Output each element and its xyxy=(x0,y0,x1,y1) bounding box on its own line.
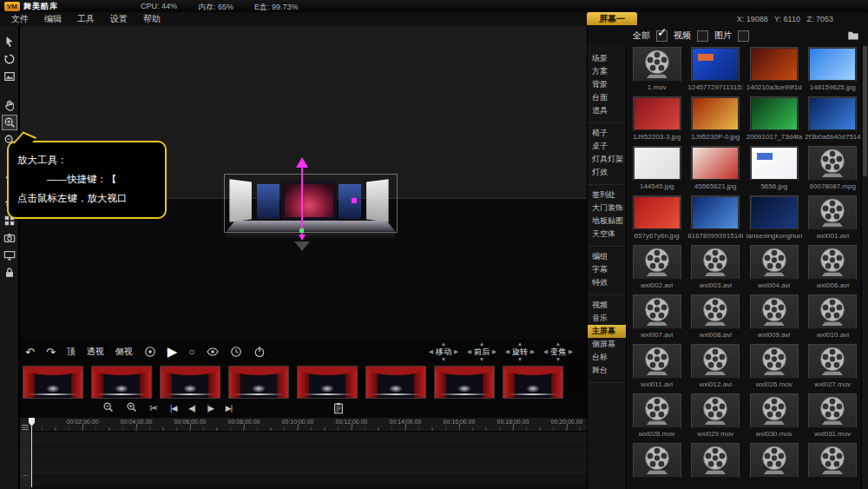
category-item[interactable]: 编组 xyxy=(588,250,626,263)
view-side-button[interactable]: 侧视 xyxy=(115,346,133,358)
left-arrow-icon[interactable]: ◀ xyxy=(467,349,471,355)
preview-thumbnail[interactable] xyxy=(297,366,358,399)
timeline[interactable]: 00:02:00.0000:04:00.0000:06:00.0000:08:0… xyxy=(20,418,587,489)
media-item[interactable]: wxl001.avi xyxy=(804,194,863,243)
media-item[interactable]: wxl007.avi xyxy=(628,293,687,342)
media-item[interactable]: wxl011.avi xyxy=(628,342,687,392)
media-item[interactable]: 1J95230P-0.jpg xyxy=(687,95,746,144)
clipboard-button[interactable] xyxy=(332,402,345,414)
zoom-in-tool-icon[interactable] xyxy=(2,115,17,130)
left-arrow-icon[interactable]: ◀ xyxy=(505,349,510,355)
category-item[interactable]: 台标 xyxy=(588,351,626,364)
menu-item[interactable]: 编辑 xyxy=(36,12,69,25)
media-item[interactable]: wxl010.avi xyxy=(804,293,863,342)
media-item[interactable]: wxl003.avi xyxy=(687,243,746,293)
down-arrow-icon[interactable]: ▼ xyxy=(517,357,523,363)
down-arrow-icon[interactable]: ▼ xyxy=(441,357,446,363)
pan-tool-icon[interactable] xyxy=(2,97,17,113)
down-arrow-icon[interactable]: ▼ xyxy=(556,357,561,363)
nav-pad[interactable]: ▲◀前后▶▼ xyxy=(467,341,496,362)
category-item[interactable]: 台面 xyxy=(588,91,626,104)
lock-icon[interactable] xyxy=(2,265,17,281)
media-item[interactable]: wxl008.avi xyxy=(687,293,746,342)
category-item[interactable]: 舞台 xyxy=(588,364,626,377)
timeline-ruler[interactable]: 00:02:00.0000:04:00.0000:06:00.0000:08:0… xyxy=(31,418,587,432)
category-item[interactable]: 灯效 xyxy=(588,166,626,179)
rotate-tool-icon[interactable] xyxy=(2,51,17,67)
zoom-out-button[interactable] xyxy=(102,400,114,416)
media-item[interactable]: wxl012.avi xyxy=(687,342,746,392)
category-item[interactable]: 视频 xyxy=(588,299,626,312)
category-item[interactable]: 侧屏幕 xyxy=(588,338,626,351)
media-item[interactable]: 144545.jpg xyxy=(628,144,687,194)
media-item[interactable]: 140210a3ce99f1d... xyxy=(745,45,804,95)
category-item[interactable]: 音乐 xyxy=(588,312,626,325)
right-arrow-icon[interactable]: ▶ xyxy=(492,349,496,355)
media-item[interactable]: 1.mov xyxy=(628,45,687,95)
category-item[interactable]: 主屏幕 xyxy=(588,325,626,338)
media-item[interactable]: 5656.jpg xyxy=(745,144,804,194)
category-item[interactable]: 天空体 xyxy=(588,228,626,241)
media-item[interactable]: wxl006.avi xyxy=(804,243,863,293)
scrollbar-thumb[interactable] xyxy=(863,46,867,176)
media-item[interactable] xyxy=(628,441,687,489)
category-item[interactable]: 大门装饰 xyxy=(588,202,626,215)
view-perspective-button[interactable]: 透视 xyxy=(87,346,104,358)
filter-checkbox[interactable] xyxy=(697,30,708,42)
clock-icon[interactable] xyxy=(230,346,242,358)
power-icon[interactable] xyxy=(253,346,266,358)
category-item[interactable]: 场景 xyxy=(588,52,626,65)
right-arrow-icon[interactable]: ▶ xyxy=(530,349,535,355)
preview-thumbnail[interactable] xyxy=(91,366,152,399)
media-item[interactable]: lansexingkonghunli... xyxy=(745,194,804,243)
category-item[interactable]: 签到处 xyxy=(588,188,626,202)
category-item[interactable]: 地板贴图 xyxy=(588,215,626,228)
menu-item[interactable]: 帮助 xyxy=(135,12,168,25)
media-item[interactable]: 657y67y6n.jpg xyxy=(628,194,687,243)
media-item[interactable]: 20091017_73d4fa... xyxy=(745,95,804,144)
zoom-in-button[interactable] xyxy=(126,400,137,416)
up-arrow-icon[interactable]: ▲ xyxy=(517,341,523,347)
category-item[interactable]: 道具 xyxy=(588,104,626,117)
media-item[interactable]: wxl031.mov xyxy=(804,392,863,441)
media-item[interactable]: wxl030.mov xyxy=(745,392,804,441)
prev-frame-button[interactable]: |◀ xyxy=(170,404,176,413)
up-arrow-icon[interactable]: ▲ xyxy=(556,341,561,347)
category-item[interactable]: 桌子 xyxy=(588,140,626,153)
view-top-button[interactable]: 顶 xyxy=(67,346,76,358)
media-item[interactable]: wxl028.mov xyxy=(628,392,687,441)
media-item[interactable]: 1J952203-3.jpg xyxy=(628,95,687,144)
nav-pad[interactable]: ▲◀移动▶▼ xyxy=(429,341,458,362)
filter-checkbox[interactable]: ✓ xyxy=(656,30,667,42)
media-item[interactable]: 124577297113151... xyxy=(687,45,746,95)
gizmo-up-arrow[interactable] xyxy=(296,157,308,168)
media-item[interactable]: wxl026.mov xyxy=(745,342,804,392)
next-frame-button[interactable]: ▶| xyxy=(226,404,232,413)
folder-icon[interactable] xyxy=(847,30,859,45)
gizmo-down-arrow[interactable] xyxy=(299,235,306,241)
image-tool-icon[interactable] xyxy=(2,69,17,84)
filter-label[interactable]: 图片 xyxy=(714,30,732,42)
media-item[interactable]: 816780993915146... xyxy=(687,194,746,243)
nav-pad[interactable]: ▲◀旋转▶▼ xyxy=(505,341,535,362)
media-item[interactable]: 60078087.mpg xyxy=(804,144,863,194)
media-item[interactable]: 148159625.jpg xyxy=(804,45,863,95)
camera-icon[interactable] xyxy=(2,230,17,246)
media-item[interactable]: wxl002.avi xyxy=(628,243,687,293)
nav-pad[interactable]: ▲◀变焦▶▼ xyxy=(543,341,573,362)
preview-thumbnail[interactable] xyxy=(365,366,426,399)
media-item[interactable]: wxl029.mov xyxy=(687,392,746,441)
select-tool-icon[interactable] xyxy=(2,34,17,50)
track-header[interactable] xyxy=(20,476,32,486)
filter-label[interactable]: 全部 xyxy=(633,30,650,42)
gizmo-handle[interactable] xyxy=(352,198,357,203)
media-item[interactable] xyxy=(804,441,863,489)
up-arrow-icon[interactable]: ▲ xyxy=(441,341,446,347)
menu-item[interactable]: 工具 xyxy=(69,12,102,25)
category-item[interactable]: 背景 xyxy=(588,78,626,91)
tab-screen-one[interactable]: 屏幕一 xyxy=(587,12,637,25)
down-arrow-icon[interactable]: ▼ xyxy=(479,357,484,363)
menu-item[interactable]: 文件 xyxy=(3,12,36,25)
track-header[interactable] xyxy=(20,446,32,460)
timeline-track[interactable] xyxy=(20,432,587,446)
